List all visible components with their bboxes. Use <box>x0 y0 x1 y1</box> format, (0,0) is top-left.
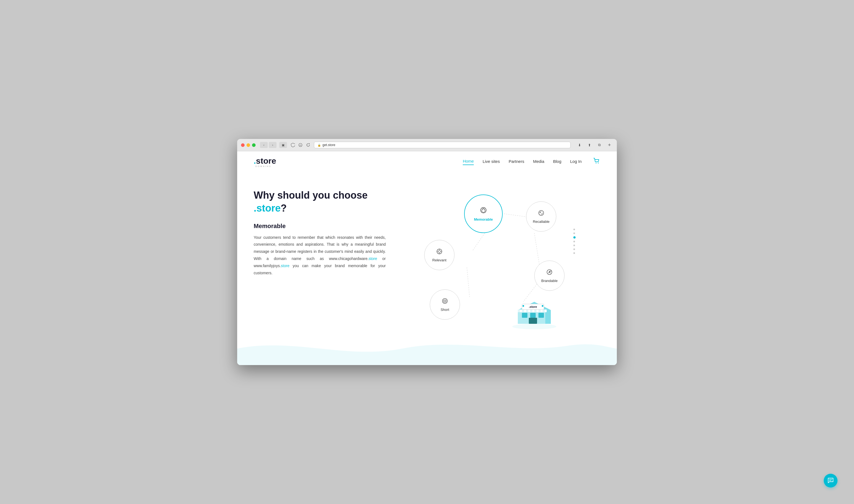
svg-text:A: A <box>299 144 301 147</box>
node-recallable[interactable]: Recallable <box>526 201 556 232</box>
new-tab-button[interactable]: ⧉ <box>595 142 603 148</box>
logo-word: store <box>256 156 276 166</box>
svg-text:.store: .store <box>529 305 537 308</box>
svg-rect-28 <box>526 309 528 312</box>
browser-actions: ⬇ ⬆ ⧉ <box>576 142 603 148</box>
svg-rect-21 <box>522 313 527 318</box>
logo[interactable]: . store DOMAINS <box>254 156 276 167</box>
svg-rect-27 <box>522 309 524 312</box>
svg-rect-26 <box>518 309 520 312</box>
svg-point-37 <box>512 324 556 329</box>
svg-rect-29 <box>530 309 532 312</box>
wave-background <box>237 332 617 365</box>
browser-toolbar: ‹ › ▣ A 🔒 get.store ⬇ ⬆ ⧉ + <box>237 139 617 151</box>
svg-point-3 <box>598 163 599 163</box>
title-prefix: Why should you choose <box>254 190 367 201</box>
scroll-dot-4[interactable] <box>574 241 575 242</box>
store-link-1[interactable]: store <box>369 256 377 261</box>
nav-buttons: ‹ › <box>260 142 276 148</box>
site-navigation: . store DOMAINS Home Live sites Partners… <box>237 151 617 173</box>
chat-icon <box>828 478 834 484</box>
title-store: .store <box>254 202 280 214</box>
recallable-icon <box>538 210 544 218</box>
back-button[interactable]: ‹ <box>260 142 268 148</box>
svg-rect-30 <box>534 309 537 312</box>
svg-rect-24 <box>529 318 537 324</box>
cart-icon[interactable] <box>593 158 600 166</box>
nav-blog[interactable]: Blog <box>553 159 561 165</box>
node-memorable[interactable]: Memorable <box>464 195 503 233</box>
traffic-lights <box>241 143 256 147</box>
hero-section: Why should you choose .store? Memorable … <box>237 173 617 348</box>
share-button[interactable]: ⬆ <box>585 142 593 148</box>
svg-point-35 <box>523 305 524 307</box>
scroll-dot-6[interactable] <box>574 248 575 250</box>
close-button[interactable] <box>241 143 244 147</box>
shield-icon <box>290 142 296 148</box>
svg-point-12 <box>438 250 440 253</box>
svg-point-2 <box>596 163 597 163</box>
svg-point-9 <box>480 208 486 213</box>
relevant-label: Relevant <box>432 258 446 262</box>
logo-domains: DOMAINS <box>254 165 276 167</box>
diagram-container: Memorable Recallable <box>416 186 570 346</box>
svg-point-14 <box>550 271 551 272</box>
nav-home[interactable]: Home <box>463 159 474 165</box>
store-link-2[interactable]: store <box>281 264 289 268</box>
recallable-label: Recallable <box>533 219 550 224</box>
chat-button[interactable] <box>824 474 837 487</box>
refresh-icon[interactable] <box>305 142 311 148</box>
svg-rect-31 <box>539 309 541 312</box>
nav-media[interactable]: Media <box>533 159 544 165</box>
svg-line-5 <box>472 233 485 251</box>
minimize-button[interactable] <box>247 143 250 147</box>
extensions-icon: A <box>297 142 304 148</box>
memorable-icon <box>479 206 487 216</box>
svg-rect-23 <box>539 313 544 318</box>
nav-live-sites[interactable]: Live sites <box>483 159 500 165</box>
browser-window: ‹ › ▣ A 🔒 get.store ⬇ ⬆ ⧉ + <box>237 139 617 365</box>
relevant-icon <box>436 248 443 256</box>
add-tab-button[interactable]: + <box>606 142 613 148</box>
desc-text-1: Your customers tend to remember that whi… <box>254 235 386 261</box>
hero-right: Memorable Recallable <box>386 183 600 348</box>
tab-overview-button[interactable]: ▣ <box>279 142 287 148</box>
scroll-dot-1[interactable] <box>574 229 575 230</box>
address-bar[interactable]: 🔒 get.store <box>314 142 570 148</box>
page-content: . store DOMAINS Home Live sites Partners… <box>237 151 617 365</box>
nav-login[interactable]: Log In <box>570 159 582 165</box>
node-relevant[interactable]: Relevant <box>424 240 455 270</box>
svg-point-36 <box>542 305 543 307</box>
svg-rect-22 <box>530 313 536 318</box>
url-text: get.store <box>323 143 335 147</box>
svg-point-13 <box>547 270 552 274</box>
node-short[interactable]: Short <box>430 289 460 320</box>
scroll-dot-3[interactable] <box>574 236 576 238</box>
lock-icon: 🔒 <box>317 144 321 147</box>
brandable-label: Brandable <box>541 279 558 283</box>
logo-period: . <box>254 156 256 166</box>
nav-links: Home Live sites Partners Media Blog Log … <box>463 158 600 166</box>
scroll-dot-7[interactable] <box>574 252 575 254</box>
forward-button[interactable]: › <box>269 142 276 148</box>
hero-left: Why should you choose .store? Memorable … <box>254 183 386 348</box>
title-suffix: ? <box>280 202 287 214</box>
short-icon <box>441 298 448 306</box>
toolbar-icons: A <box>290 142 311 148</box>
scroll-dot-2[interactable] <box>574 232 575 234</box>
memorable-label: Memorable <box>474 217 493 221</box>
feature-heading: Memorable <box>254 222 386 230</box>
download-button[interactable]: ⬇ <box>576 142 583 148</box>
hero-title: Why should you choose .store? <box>254 189 386 215</box>
maximize-button[interactable] <box>252 143 256 147</box>
feature-description: Your customers tend to remember that whi… <box>254 234 386 277</box>
svg-line-6 <box>534 233 540 267</box>
scroll-dots <box>574 229 576 254</box>
svg-line-7 <box>467 267 470 298</box>
short-label: Short <box>440 308 449 312</box>
svg-rect-32 <box>543 309 545 312</box>
brandable-icon <box>546 269 553 277</box>
scroll-dot-5[interactable] <box>574 245 575 246</box>
svg-point-10 <box>539 211 544 215</box>
nav-partners[interactable]: Partners <box>509 159 524 165</box>
